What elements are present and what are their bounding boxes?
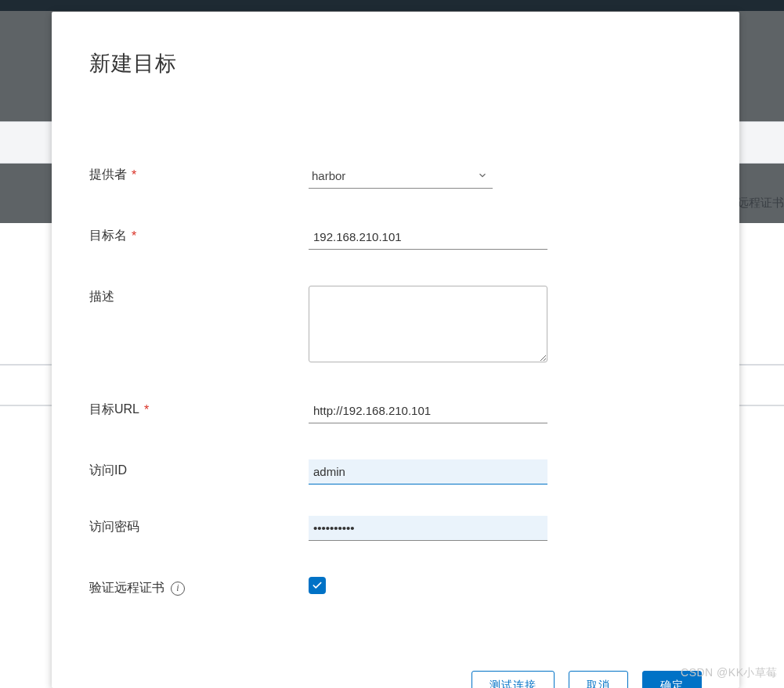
label-access-pw-text: 访问密码 <box>89 519 139 535</box>
create-target-modal: 新建目标 提供者 * 目标名 * 描述 目标URL * <box>52 12 739 688</box>
label-name: 目标名 * <box>89 225 309 244</box>
check-icon <box>312 580 323 591</box>
label-access-pw: 访问密码 <box>89 516 309 535</box>
label-provider: 提供者 * <box>89 164 309 183</box>
row-verify-cert: 验证远程证书 i <box>89 577 702 596</box>
verify-cert-checkbox[interactable] <box>309 577 326 594</box>
row-access-pw: 访问密码 <box>89 516 702 541</box>
modal-title: 新建目标 <box>89 49 702 77</box>
label-desc-text: 描述 <box>89 289 114 305</box>
modal-footer: 测试连接 取消 确定 <box>471 671 702 688</box>
provider-select-value[interactable] <box>309 164 493 189</box>
access-pw-input[interactable] <box>309 516 547 541</box>
row-desc: 描述 <box>89 286 702 362</box>
name-input[interactable] <box>309 225 547 250</box>
cancel-button[interactable]: 取消 <box>569 671 628 688</box>
label-provider-text: 提供者 <box>89 167 127 183</box>
row-access-id: 访问ID <box>89 459 702 484</box>
label-verify-cert: 验证远程证书 i <box>89 577 309 596</box>
url-input[interactable] <box>309 398 547 423</box>
test-connection-button[interactable]: 测试连接 <box>471 671 555 688</box>
row-provider: 提供者 * <box>89 164 702 189</box>
provider-select[interactable] <box>309 164 493 189</box>
label-access-id-text: 访问ID <box>89 463 127 479</box>
bg-app-header <box>0 0 784 11</box>
required-mark: * <box>132 168 136 182</box>
required-mark: * <box>144 403 149 417</box>
label-url: 目标URL * <box>89 398 309 418</box>
label-access-id: 访问ID <box>89 459 309 479</box>
watermark: CSDN @KK小草莓 <box>681 666 778 680</box>
row-name: 目标名 * <box>89 225 702 250</box>
row-url: 目标URL * <box>89 398 702 423</box>
access-id-input[interactable] <box>309 459 547 484</box>
label-url-text: 目标URL <box>89 402 139 418</box>
desc-textarea[interactable] <box>309 286 547 362</box>
required-mark: * <box>132 229 136 243</box>
label-name-text: 目标名 <box>89 228 127 244</box>
info-icon[interactable]: i <box>171 582 185 596</box>
label-desc: 描述 <box>89 286 309 305</box>
label-verify-cert-text: 验证远程证书 <box>89 580 164 596</box>
